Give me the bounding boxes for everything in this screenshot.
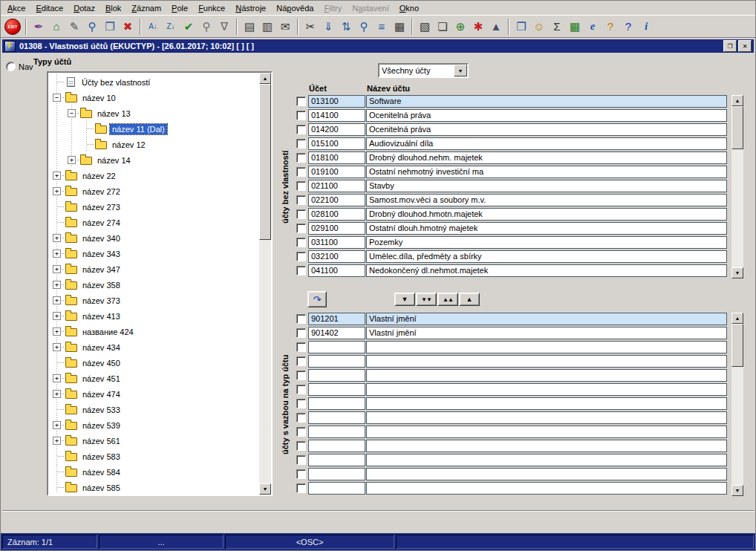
tree-item-label[interactable]: název 585 — [80, 483, 123, 493]
list-values-icon[interactable]: ≡ — [373, 18, 391, 36]
account-cell[interactable]: 018100 — [308, 151, 365, 164]
menu-pole[interactable]: Pole — [166, 2, 193, 14]
row-checkbox[interactable] — [296, 385, 306, 394]
tree-item-label[interactable]: název 413 — [80, 311, 123, 322]
expand-icon[interactable]: + — [68, 156, 76, 164]
tree-item-label[interactable]: název 539 — [80, 420, 123, 431]
tree-item-label[interactable]: název 11 (Dal) — [110, 124, 167, 134]
row-checkbox[interactable] — [296, 356, 306, 366]
report-icon[interactable]: ▧ — [416, 18, 434, 36]
move-down-button[interactable]: ▼ — [394, 293, 415, 306]
user-help-icon[interactable]: ? — [602, 18, 619, 36]
name-cell[interactable] — [366, 411, 727, 424]
tree-item-label[interactable]: název 340 — [80, 233, 123, 244]
row-checkbox[interactable] — [296, 97, 306, 106]
name-cell[interactable] — [366, 440, 727, 452]
restore-button[interactable]: ❐ — [723, 40, 737, 52]
row-checkbox[interactable] — [296, 195, 306, 205]
image-icon[interactable]: ▲ — [487, 18, 505, 36]
organization-icon[interactable]: ⌂ — [48, 18, 65, 36]
account-cell[interactable] — [308, 454, 365, 466]
scroll-thumb[interactable] — [731, 324, 743, 367]
row-checkbox[interactable] — [296, 238, 306, 247]
menu-editace[interactable]: Editace — [30, 2, 68, 14]
account-cell[interactable] — [308, 397, 365, 410]
linked-accounts-scrollbar[interactable]: ▲▼ — [731, 313, 743, 496]
name-cell[interactable]: Ostatní nehmotný investiční ma — [366, 166, 727, 178]
row-checkbox[interactable] — [296, 427, 306, 437]
stamp-icon[interactable]: ✒ — [30, 18, 48, 36]
row-checkbox[interactable] — [296, 209, 306, 219]
menu-akce[interactable]: Akce — [2, 2, 30, 14]
scroll-up-icon[interactable]: ▲ — [259, 73, 271, 84]
expand-icon[interactable]: + — [53, 312, 61, 320]
account-cell[interactable] — [308, 440, 365, 452]
name-cell[interactable]: Audiovizuální díla — [366, 137, 727, 150]
menu-blok[interactable]: Blok — [100, 2, 126, 14]
reorder-icon[interactable]: ⇅ — [337, 18, 355, 36]
account-cell[interactable]: 041100 — [308, 264, 365, 277]
account-cell[interactable] — [308, 411, 365, 424]
sum-icon[interactable]: Σ — [548, 18, 566, 36]
close-button[interactable]: ✕ — [738, 40, 752, 52]
account-cell[interactable]: 015100 — [308, 137, 365, 150]
row-checkbox[interactable] — [296, 125, 306, 134]
name-cell[interactable]: Software — [366, 95, 727, 108]
name-cell[interactable] — [366, 369, 727, 382]
menu-filtry[interactable]: Filtry — [319, 2, 347, 14]
name-cell[interactable]: Ocenitelná práva — [366, 109, 727, 122]
tree-item-label[interactable]: název 533 — [80, 405, 123, 415]
spreadsheet-icon[interactable]: ▦ — [566, 18, 584, 36]
tree-item-label[interactable]: název 343 — [80, 249, 123, 259]
browser-icon[interactable]: e — [584, 18, 602, 36]
expand-icon[interactable]: + — [53, 172, 61, 180]
dropdown-arrow-icon[interactable]: ▼ — [454, 65, 467, 76]
name-cell[interactable]: Vlastní jmění — [366, 313, 727, 325]
collapse-icon[interactable]: − — [68, 109, 76, 117]
tree-item-label[interactable]: název 584 — [80, 467, 123, 477]
account-cell[interactable]: 022100 — [308, 194, 365, 206]
tree-item-label[interactable]: název 347 — [80, 264, 123, 275]
name-cell[interactable] — [366, 468, 727, 480]
scroll-thumb[interactable] — [731, 106, 743, 149]
tree-item-label[interactable]: název 14 — [95, 155, 133, 166]
account-cell[interactable]: 032100 — [308, 250, 365, 263]
tree-item-label[interactable]: název 434 — [80, 342, 123, 353]
tree-item-label[interactable]: název 583 — [80, 451, 123, 462]
sort-asc-icon[interactable]: A↓ — [144, 18, 162, 36]
name-cell[interactable] — [366, 341, 727, 353]
enter-query-icon[interactable]: ⚲ — [198, 18, 215, 36]
scroll-thumb[interactable] — [259, 84, 271, 240]
paste-icon[interactable]: ⇓ — [319, 18, 337, 36]
name-cell[interactable] — [366, 482, 727, 495]
move-all-down-button[interactable]: ▼▼ — [416, 293, 437, 306]
menu-funkce[interactable]: Funkce — [193, 2, 230, 14]
tree-item-label[interactable]: název 272 — [80, 186, 123, 197]
scroll-up-icon[interactable]: ▲ — [731, 95, 743, 106]
name-cell[interactable]: Umělec.díla, předměty a sbírky — [366, 250, 727, 263]
menu-zaznam[interactable]: Záznam — [126, 2, 166, 14]
row-checkbox[interactable] — [296, 441, 306, 451]
print-icon[interactable]: ▤ — [241, 18, 258, 36]
name-cell[interactable]: Stavby — [366, 180, 727, 192]
account-cell[interactable]: 019100 — [308, 166, 365, 178]
name-cell[interactable] — [366, 426, 727, 438]
export-window-icon[interactable]: ❐ — [512, 18, 530, 36]
row-checkbox[interactable] — [296, 224, 306, 233]
print-preview-icon[interactable]: ▥ — [258, 18, 276, 36]
expand-icon[interactable]: + — [53, 327, 61, 336]
name-cell[interactable] — [366, 454, 727, 466]
account-cell[interactable]: 014100 — [308, 109, 365, 122]
tree-item-label[interactable]: název 450 — [80, 358, 123, 368]
expand-icon[interactable]: + — [53, 437, 61, 445]
tree-item-label[interactable]: název 10 — [80, 93, 118, 103]
tree-item-label[interactable]: název 13 — [95, 108, 133, 119]
account-cell[interactable] — [308, 355, 365, 368]
row-checkbox[interactable] — [296, 266, 306, 276]
name-cell[interactable]: Samost.mov.věci a soubory m.v. — [366, 194, 727, 206]
zoom-icon[interactable]: ⚲ — [355, 18, 373, 36]
account-cell[interactable] — [308, 426, 365, 438]
expand-icon[interactable]: + — [53, 374, 61, 382]
expand-icon[interactable]: + — [53, 296, 61, 304]
expand-icon[interactable]: + — [53, 281, 61, 289]
